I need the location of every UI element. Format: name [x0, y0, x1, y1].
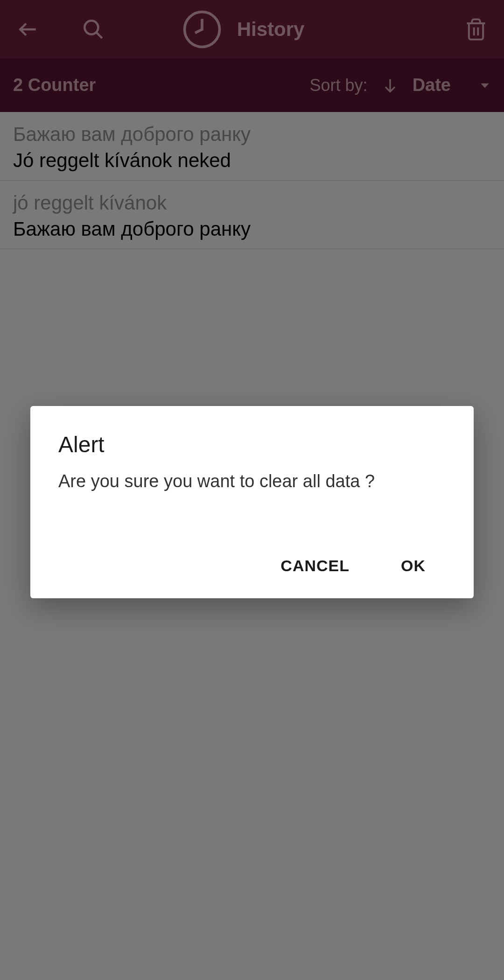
dialog-actions: CANCEL OK: [58, 547, 446, 584]
alert-dialog: Alert Are you sure you want to clear all…: [30, 406, 474, 598]
cancel-button[interactable]: CANCEL: [269, 547, 361, 584]
modal-overlay[interactable]: Alert Are you sure you want to clear all…: [0, 0, 504, 980]
dialog-message: Are you sure you want to clear all data …: [58, 471, 446, 491]
dialog-title: Alert: [58, 432, 446, 457]
ok-button[interactable]: OK: [389, 547, 437, 584]
